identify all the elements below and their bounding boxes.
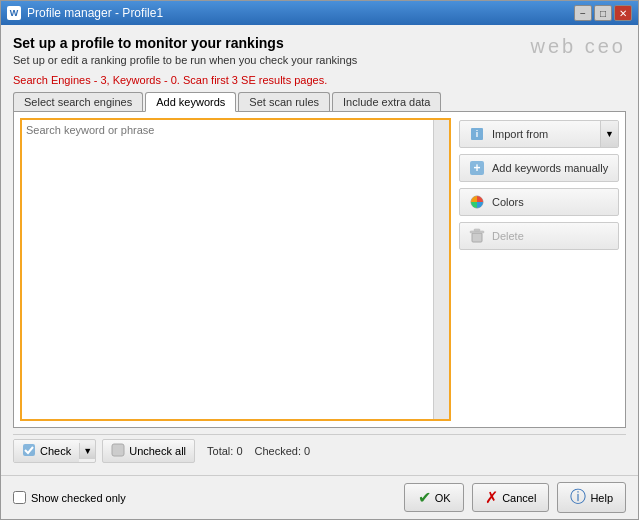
colors-label: Colors (492, 196, 524, 208)
tab-set-scan-rules[interactable]: Set scan rules (238, 92, 330, 111)
keyword-textarea-wrapper (20, 118, 451, 421)
check-dropdown-arrow[interactable]: ▼ (79, 443, 95, 459)
keyword-panel (20, 118, 451, 421)
minimize-button[interactable]: − (574, 5, 592, 21)
keyword-input[interactable] (22, 120, 449, 419)
help-button[interactable]: ⓘ Help (557, 482, 626, 513)
tab-add-keywords[interactable]: Add keywords (145, 92, 236, 112)
colors-icon (468, 193, 486, 211)
uncheck-label: Uncheck all (129, 445, 186, 457)
maximize-button[interactable]: □ (594, 5, 612, 21)
show-checked-label[interactable]: Show checked only (13, 491, 126, 504)
side-buttons: i Import from ▼ + Add ke (459, 118, 619, 421)
check-icon (22, 443, 36, 459)
cancel-button[interactable]: ✗ Cancel (472, 483, 549, 512)
footer: Show checked only ✔ OK ✗ Cancel ⓘ Help (1, 475, 638, 519)
window-title: Profile manager - Profile1 (27, 6, 163, 20)
logo-text: web ceo (531, 35, 627, 57)
scrollbar[interactable] (433, 120, 449, 419)
svg-rect-9 (112, 444, 124, 456)
show-checked-checkbox[interactable] (13, 491, 26, 504)
import-icon: i (468, 125, 486, 143)
status-line: Search Engines - 3, Keywords - 0. Scan f… (13, 74, 626, 86)
add-keywords-label: Add keywords manually (492, 162, 608, 174)
ok-icon: ✔ (418, 488, 431, 507)
uncheck-icon (111, 443, 125, 459)
colors-button[interactable]: Colors (459, 188, 619, 216)
tabs: Select search engines Add keywords Set s… (13, 92, 626, 112)
delete-label: Delete (492, 230, 524, 242)
check-label: Check (40, 445, 71, 457)
svg-text:+: + (473, 161, 480, 175)
title-bar: W Profile manager - Profile1 − □ ✕ (1, 1, 638, 25)
checked-count: Checked: 0 (255, 445, 311, 457)
bottom-bar: Check ▼ Uncheck all Total: 0 Checked: 0 (13, 434, 626, 467)
delete-icon (468, 227, 486, 245)
window-content: Set up a profile to monitor your ranking… (1, 25, 638, 475)
svg-rect-8 (23, 444, 35, 456)
title-bar-left: W Profile manager - Profile1 (7, 6, 163, 20)
app-icon: W (7, 6, 21, 20)
show-checked-text: Show checked only (31, 492, 126, 504)
tab-select-search-engines[interactable]: Select search engines (13, 92, 143, 111)
svg-text:i: i (476, 129, 479, 139)
check-button-group: Check ▼ (13, 439, 96, 463)
logo-area: web ceo (531, 35, 627, 58)
delete-button[interactable]: Delete (459, 222, 619, 250)
add-keywords-button[interactable]: + Add keywords manually (459, 154, 619, 182)
cancel-label: Cancel (502, 492, 536, 504)
svg-rect-5 (472, 233, 482, 242)
header-wrapper: Set up a profile to monitor your ranking… (13, 35, 626, 74)
tab-include-extra-data[interactable]: Include extra data (332, 92, 441, 111)
uncheck-all-button[interactable]: Uncheck all (102, 439, 195, 463)
close-button[interactable]: ✕ (614, 5, 632, 21)
cancel-icon: ✗ (485, 488, 498, 507)
svg-rect-7 (474, 229, 480, 231)
title-bar-controls: − □ ✕ (574, 5, 632, 21)
total-count: Total: 0 (207, 445, 242, 457)
ok-label: OK (435, 492, 451, 504)
import-dropdown-arrow[interactable]: ▼ (600, 121, 618, 147)
ok-button[interactable]: ✔ OK (404, 483, 464, 512)
check-button[interactable]: Check (14, 440, 79, 462)
svg-rect-6 (470, 231, 484, 233)
main-area: i Import from ▼ + Add ke (13, 112, 626, 428)
import-label: Import from (492, 128, 548, 140)
help-label: Help (590, 492, 613, 504)
import-from-button[interactable]: i Import from ▼ (459, 120, 619, 148)
help-icon: ⓘ (570, 487, 586, 508)
window: W Profile manager - Profile1 − □ ✕ Set u… (0, 0, 639, 520)
add-keywords-icon: + (468, 159, 486, 177)
